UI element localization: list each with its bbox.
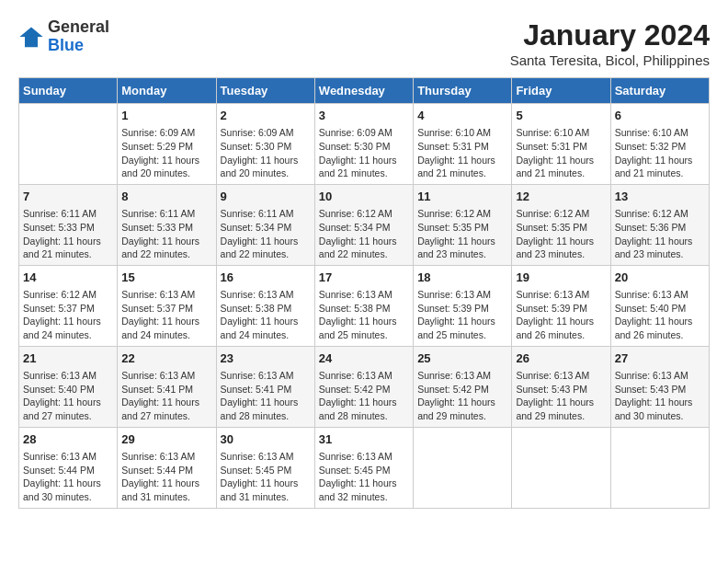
- col-header-wednesday: Wednesday: [314, 78, 413, 104]
- day-info: Sunrise: 6:11 AM Sunset: 5:33 PM Dayligh…: [121, 207, 211, 261]
- day-number: 13: [615, 189, 705, 205]
- page-header: General Blue January 2024 Santa Teresita…: [18, 18, 710, 68]
- day-info: Sunrise: 6:09 AM Sunset: 5:30 PM Dayligh…: [319, 126, 409, 180]
- day-info: Sunrise: 6:13 AM Sunset: 5:43 PM Dayligh…: [615, 369, 705, 423]
- col-header-tuesday: Tuesday: [216, 78, 314, 104]
- day-number: 28: [23, 431, 113, 448]
- day-number: 14: [23, 270, 113, 286]
- day-cell: 16Sunrise: 6:13 AM Sunset: 5:38 PM Dayli…: [216, 265, 314, 346]
- day-info: Sunrise: 6:13 AM Sunset: 5:42 PM Dayligh…: [319, 369, 409, 423]
- day-number: 24: [319, 350, 409, 367]
- day-number: 4: [417, 108, 507, 124]
- day-info: Sunrise: 6:13 AM Sunset: 5:42 PM Dayligh…: [417, 369, 507, 423]
- day-number: 20: [615, 270, 705, 286]
- day-cell: 23Sunrise: 6:13 AM Sunset: 5:41 PM Dayli…: [216, 346, 314, 427]
- day-cell: 30Sunrise: 6:13 AM Sunset: 5:45 PM Dayli…: [216, 427, 314, 508]
- page-subtitle: Santa Teresita, Bicol, Philippines: [510, 52, 710, 68]
- day-number: 19: [516, 270, 606, 286]
- day-info: Sunrise: 6:12 AM Sunset: 5:35 PM Dayligh…: [516, 207, 606, 261]
- day-cell: [610, 427, 709, 508]
- day-number: 21: [23, 350, 113, 367]
- day-info: Sunrise: 6:11 AM Sunset: 5:33 PM Dayligh…: [23, 207, 113, 261]
- day-number: 25: [417, 350, 507, 367]
- day-cell: 10Sunrise: 6:12 AM Sunset: 5:34 PM Dayli…: [314, 184, 413, 265]
- day-info: Sunrise: 6:10 AM Sunset: 5:31 PM Dayligh…: [516, 126, 606, 180]
- logo-text: General Blue: [48, 18, 109, 55]
- col-header-friday: Friday: [512, 78, 610, 104]
- day-info: Sunrise: 6:13 AM Sunset: 5:44 PM Dayligh…: [23, 450, 113, 504]
- day-cell: 19Sunrise: 6:13 AM Sunset: 5:39 PM Dayli…: [512, 265, 610, 346]
- day-info: Sunrise: 6:11 AM Sunset: 5:34 PM Dayligh…: [221, 207, 311, 261]
- day-cell: 12Sunrise: 6:12 AM Sunset: 5:35 PM Dayli…: [512, 184, 610, 265]
- day-cell: [19, 104, 118, 185]
- day-cell: 5Sunrise: 6:10 AM Sunset: 5:31 PM Daylig…: [512, 104, 610, 185]
- day-number: 23: [221, 350, 311, 367]
- logo-icon: [18, 24, 44, 50]
- day-info: Sunrise: 6:13 AM Sunset: 5:39 PM Dayligh…: [417, 288, 507, 342]
- day-number: 27: [615, 350, 705, 367]
- day-cell: 15Sunrise: 6:13 AM Sunset: 5:37 PM Dayli…: [118, 265, 216, 346]
- day-info: Sunrise: 6:13 AM Sunset: 5:41 PM Dayligh…: [221, 369, 311, 423]
- day-cell: 6Sunrise: 6:10 AM Sunset: 5:32 PM Daylig…: [610, 104, 709, 185]
- day-info: Sunrise: 6:13 AM Sunset: 5:38 PM Dayligh…: [221, 288, 311, 342]
- day-info: Sunrise: 6:13 AM Sunset: 5:39 PM Dayligh…: [516, 288, 606, 342]
- day-info: Sunrise: 6:12 AM Sunset: 5:36 PM Dayligh…: [615, 207, 705, 261]
- col-header-sunday: Sunday: [19, 78, 118, 104]
- day-cell: 24Sunrise: 6:13 AM Sunset: 5:42 PM Dayli…: [314, 346, 413, 427]
- day-number: 12: [516, 189, 606, 205]
- day-number: 10: [319, 189, 409, 205]
- day-info: Sunrise: 6:09 AM Sunset: 5:29 PM Dayligh…: [121, 126, 211, 180]
- day-info: Sunrise: 6:13 AM Sunset: 5:37 PM Dayligh…: [121, 288, 211, 342]
- day-cell: 1Sunrise: 6:09 AM Sunset: 5:29 PM Daylig…: [118, 104, 216, 185]
- day-cell: 13Sunrise: 6:12 AM Sunset: 5:36 PM Dayli…: [610, 184, 709, 265]
- day-info: Sunrise: 6:13 AM Sunset: 5:45 PM Dayligh…: [319, 450, 409, 504]
- day-number: 15: [121, 270, 211, 286]
- title-area: January 2024 Santa Teresita, Bicol, Phil…: [510, 18, 710, 68]
- day-number: 7: [23, 189, 113, 205]
- day-cell: [512, 427, 610, 508]
- day-cell: 14Sunrise: 6:12 AM Sunset: 5:37 PM Dayli…: [19, 265, 118, 346]
- day-info: Sunrise: 6:13 AM Sunset: 5:38 PM Dayligh…: [319, 288, 409, 342]
- svg-marker-0: [19, 27, 42, 47]
- day-cell: 28Sunrise: 6:13 AM Sunset: 5:44 PM Dayli…: [19, 427, 118, 508]
- calendar-table: SundayMondayTuesdayWednesdayThursdayFrid…: [18, 77, 710, 509]
- day-number: 1: [121, 108, 211, 124]
- day-info: Sunrise: 6:13 AM Sunset: 5:41 PM Dayligh…: [121, 369, 211, 423]
- col-header-saturday: Saturday: [610, 78, 709, 104]
- day-cell: 4Sunrise: 6:10 AM Sunset: 5:31 PM Daylig…: [414, 104, 512, 185]
- day-cell: 20Sunrise: 6:13 AM Sunset: 5:40 PM Dayli…: [610, 265, 709, 346]
- day-info: Sunrise: 6:12 AM Sunset: 5:37 PM Dayligh…: [23, 288, 113, 342]
- week-row-3: 14Sunrise: 6:12 AM Sunset: 5:37 PM Dayli…: [19, 265, 710, 346]
- day-number: 30: [221, 431, 311, 448]
- day-number: 26: [516, 350, 606, 367]
- week-row-2: 7Sunrise: 6:11 AM Sunset: 5:33 PM Daylig…: [19, 184, 710, 265]
- week-row-4: 21Sunrise: 6:13 AM Sunset: 5:40 PM Dayli…: [19, 346, 710, 427]
- week-row-5: 28Sunrise: 6:13 AM Sunset: 5:44 PM Dayli…: [19, 427, 710, 508]
- day-info: Sunrise: 6:13 AM Sunset: 5:40 PM Dayligh…: [23, 369, 113, 423]
- day-info: Sunrise: 6:13 AM Sunset: 5:44 PM Dayligh…: [121, 450, 211, 504]
- day-cell: 26Sunrise: 6:13 AM Sunset: 5:43 PM Dayli…: [512, 346, 610, 427]
- day-info: Sunrise: 6:10 AM Sunset: 5:32 PM Dayligh…: [615, 126, 705, 180]
- day-cell: 8Sunrise: 6:11 AM Sunset: 5:33 PM Daylig…: [118, 184, 216, 265]
- day-number: 5: [516, 108, 606, 124]
- logo-blue: Blue: [48, 36, 84, 54]
- day-info: Sunrise: 6:13 AM Sunset: 5:45 PM Dayligh…: [221, 450, 311, 504]
- day-cell: 9Sunrise: 6:11 AM Sunset: 5:34 PM Daylig…: [216, 184, 314, 265]
- day-cell: 21Sunrise: 6:13 AM Sunset: 5:40 PM Dayli…: [19, 346, 118, 427]
- day-cell: 3Sunrise: 6:09 AM Sunset: 5:30 PM Daylig…: [314, 104, 413, 185]
- day-cell: [414, 427, 512, 508]
- day-cell: 25Sunrise: 6:13 AM Sunset: 5:42 PM Dayli…: [414, 346, 512, 427]
- day-cell: 22Sunrise: 6:13 AM Sunset: 5:41 PM Dayli…: [118, 346, 216, 427]
- calendar-header-row: SundayMondayTuesdayWednesdayThursdayFrid…: [19, 78, 710, 104]
- day-number: 3: [319, 108, 409, 124]
- day-info: Sunrise: 6:13 AM Sunset: 5:43 PM Dayligh…: [516, 369, 606, 423]
- day-info: Sunrise: 6:12 AM Sunset: 5:35 PM Dayligh…: [417, 207, 507, 261]
- day-cell: 17Sunrise: 6:13 AM Sunset: 5:38 PM Dayli…: [314, 265, 413, 346]
- day-cell: 2Sunrise: 6:09 AM Sunset: 5:30 PM Daylig…: [216, 104, 314, 185]
- logo-general: General: [48, 17, 109, 36]
- day-info: Sunrise: 6:10 AM Sunset: 5:31 PM Dayligh…: [417, 126, 507, 180]
- day-number: 6: [615, 108, 705, 124]
- day-number: 9: [221, 189, 311, 205]
- day-info: Sunrise: 6:13 AM Sunset: 5:40 PM Dayligh…: [615, 288, 705, 342]
- day-number: 11: [417, 189, 507, 205]
